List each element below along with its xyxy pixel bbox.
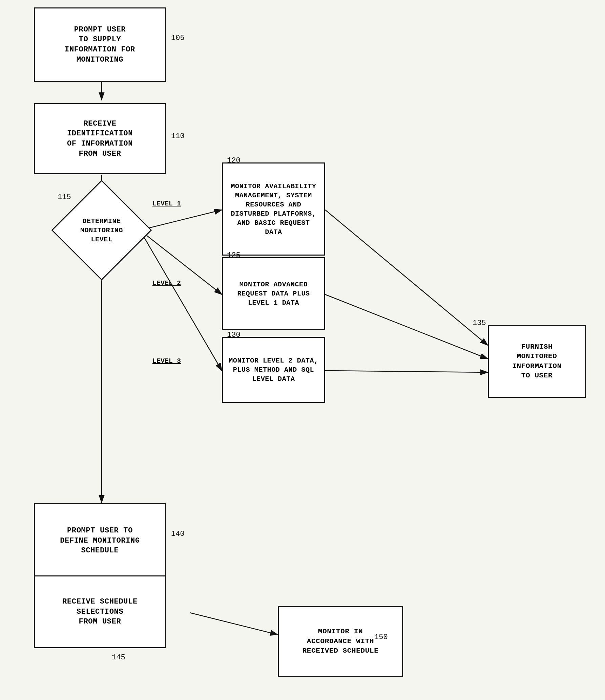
box-105: PROMPT USER TO SUPPLY INFORMATION FOR MO… xyxy=(34,7,166,82)
box-120: MONITOR AVAILABILITY MANAGEMENT, SYSTEM … xyxy=(222,162,325,256)
ref-125: 125 xyxy=(227,251,241,260)
ref-140: 140 xyxy=(171,530,185,538)
svg-line-7 xyxy=(325,294,488,359)
box-130: MONITOR LEVEL 2 DATA, PLUS METHOD AND SQ… xyxy=(222,337,325,403)
level2-label: LEVEL 2 xyxy=(152,279,181,287)
diamond-115-container: DETERMINE MONITORING LEVEL xyxy=(66,195,137,266)
box-110: RECEIVE IDENTIFICATION OF INFORMATION FR… xyxy=(34,103,166,174)
box-135: FURNISH MONITORED INFORMATION TO USER xyxy=(488,325,586,398)
svg-line-5 xyxy=(140,230,222,371)
ref-130: 130 xyxy=(227,331,241,339)
level3-label: LEVEL 3 xyxy=(152,357,181,365)
ref-145: 145 xyxy=(112,653,125,662)
box-150: MONITOR IN ACCORDANCE WITH RECEIVED SCHE… xyxy=(278,606,403,677)
svg-line-11 xyxy=(190,613,278,635)
level1-label: LEVEL 1 xyxy=(152,200,181,207)
ref-110: 110 xyxy=(171,132,185,140)
flowchart: PROMPT USER TO SUPPLY INFORMATION FOR MO… xyxy=(0,0,605,700)
ref-120: 120 xyxy=(227,156,241,165)
ref-150: 150 xyxy=(374,633,388,641)
box-125: MONITOR ADVANCED REQUEST DATA PLUS LEVEL… xyxy=(222,257,325,330)
svg-line-6 xyxy=(325,210,488,345)
box-140: PROMPT USER TO DEFINE MONITORING SCHEDUL… xyxy=(34,503,166,579)
box-145: RECEIVE SCHEDULE SELECTIONS FROM USER xyxy=(34,575,166,648)
ref-135: 135 xyxy=(473,319,486,327)
svg-line-8 xyxy=(325,371,488,372)
ref-105: 105 xyxy=(171,34,185,42)
ref-115: 115 xyxy=(58,193,71,201)
svg-line-3 xyxy=(140,210,222,230)
